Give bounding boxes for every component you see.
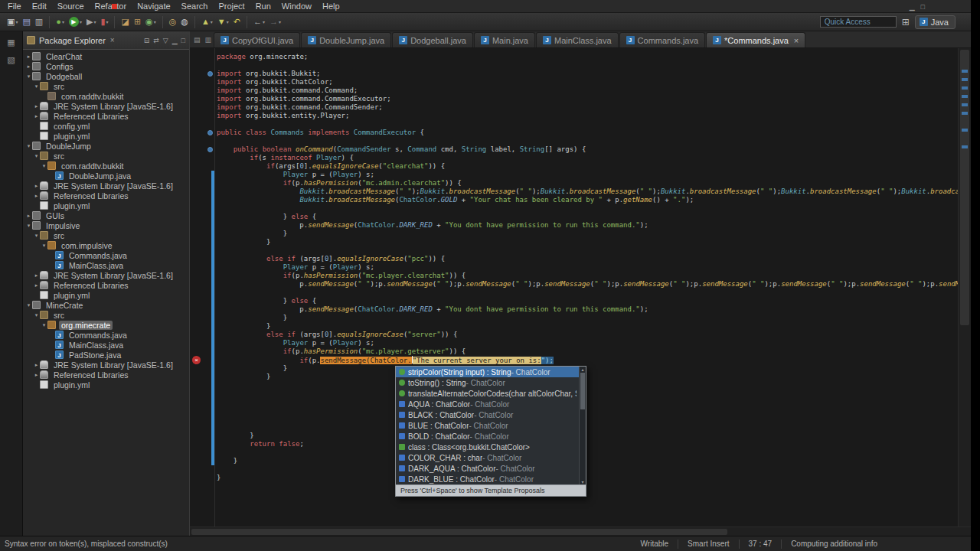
code-line[interactable]: [217, 415, 958, 423]
code-line[interactable]: if(p.hasPermission("mc.player.clearchat"…: [217, 272, 958, 280]
code-line[interactable]: import org.bukkit.command.CommandExecuto…: [217, 95, 958, 103]
menu-project[interactable]: Project: [213, 1, 250, 11]
scroll-up-icon[interactable]: ▴: [580, 367, 586, 372]
code-line[interactable]: [217, 390, 958, 398]
expand-arrow-icon[interactable]: ▾: [33, 83, 40, 90]
tree-item-guis[interactable]: ▸GUIs: [23, 210, 189, 220]
completion-item[interactable]: BLUE : ChatColor - ChatColor: [396, 420, 586, 431]
run-icon[interactable]: ▶▾: [67, 15, 83, 29]
code-line[interactable]: [217, 465, 958, 474]
code-line[interactable]: import org.bukkit.Bukkit;: [217, 70, 958, 78]
expand-arrow-icon[interactable]: ▸: [25, 54, 32, 60]
fold-marker-icon[interactable]: [207, 130, 213, 135]
code-line[interactable]: }: [217, 238, 958, 246]
expand-arrow-icon[interactable]: ▸: [33, 113, 40, 119]
package-explorer-header[interactable]: Package Explorer × ⊟⇄▽▁□: [23, 31, 189, 50]
code-line[interactable]: p.sendMessage(ChatColor.DARK_RED + "You …: [217, 221, 958, 230]
menu-edit[interactable]: Edit: [27, 1, 52, 11]
expand-arrow-icon[interactable]: ▸: [33, 193, 40, 199]
code-line[interactable]: }: [217, 230, 958, 238]
search-icon[interactable]: ◍: [179, 15, 190, 29]
code-line[interactable]: if(s instanceof Player) {: [217, 154, 958, 162]
code-line[interactable]: import org.bukkit.entity.Player;: [217, 112, 958, 120]
completion-item[interactable]: translateAlternateColorCodes(char altCol…: [396, 388, 586, 399]
tree-item-mainclass-java[interactable]: JMainClass.java: [23, 340, 189, 350]
workbench-shortcut-icon[interactable]: ▧: [4, 53, 19, 67]
code-line[interactable]: if(p.sendMessage(ChatColor."The current …: [217, 356, 958, 364]
editor-list-icon[interactable]: ▤: [194, 36, 201, 44]
tree-item-referenced-libraries[interactable]: ▸Referenced Libraries: [23, 191, 189, 201]
tree-item-commands-java[interactable]: JCommands.java: [23, 330, 189, 340]
code-line[interactable]: [217, 137, 958, 145]
open-type-icon[interactable]: ◎: [168, 15, 178, 29]
new-class-icon[interactable]: ◉▾: [144, 15, 158, 29]
code-line[interactable]: [217, 289, 958, 297]
pin-editor-icon[interactable]: ▥: [205, 36, 212, 44]
code-line[interactable]: }: [217, 322, 958, 331]
debug-icon[interactable]: ●▾: [54, 15, 66, 29]
save-icon[interactable]: ▤: [21, 15, 31, 29]
code-line[interactable]: if(p.hasPermission("mc.player.getserver"…: [217, 347, 958, 356]
menu-help[interactable]: Help: [317, 1, 345, 11]
code-line[interactable]: [217, 423, 958, 432]
expand-arrow-icon[interactable]: ▸: [33, 183, 40, 189]
close-tab-icon[interactable]: ×: [794, 36, 799, 45]
tree-item-configs[interactable]: ▸Configs: [23, 61, 189, 71]
close-view-icon[interactable]: ×: [110, 36, 115, 44]
menu-file[interactable]: File: [2, 1, 27, 11]
editor-tab-doublejump-java[interactable]: JDoubleJump.java: [301, 32, 391, 47]
tree-item-jre-system-library-javase-1-6-[interactable]: ▸JRE System Library [JavaSE-1.6]: [23, 270, 189, 280]
editor-tab-mainclass-java[interactable]: JMainClass.java: [536, 32, 619, 47]
overview-marker[interactable]: [962, 78, 968, 81]
menu-search[interactable]: Search: [176, 1, 214, 11]
tree-item-doublejump-java[interactable]: JDoubleJump.java: [23, 171, 189, 181]
code-line[interactable]: }: [217, 314, 958, 322]
tree-item-commands-java[interactable]: JCommands.java: [23, 250, 189, 260]
tree-item-com-raddtv-bukkit[interactable]: com.raddtv.bukkit: [23, 91, 189, 101]
code-line[interactable]: return false;: [217, 440, 958, 448]
expand-arrow-icon[interactable]: ▸: [33, 272, 40, 279]
code-line[interactable]: [217, 120, 958, 129]
overview-marker[interactable]: [962, 103, 968, 106]
tree-item-plugin-yml[interactable]: plugin.yml: [23, 131, 189, 141]
completion-item[interactable]: AQUA : ChatColor - ChatColor: [396, 399, 586, 409]
code-line[interactable]: package org.minecrate;: [217, 53, 958, 61]
editor-tab-dodgeball-java[interactable]: JDodgeball.java: [392, 32, 473, 47]
tree-item-plugin-yml[interactable]: plugin.yml: [23, 380, 189, 390]
previous-annotation-icon[interactable]: ▲▾: [200, 15, 214, 29]
expand-arrow-icon[interactable]: ▾: [41, 163, 47, 169]
minimize-view-icon[interactable]: ▁: [172, 37, 178, 44]
tree-item-plugin-yml[interactable]: plugin.yml: [23, 201, 189, 210]
code-line[interactable]: [217, 381, 958, 390]
maximize-icon[interactable]: □: [921, 3, 925, 11]
code-line[interactable]: }: [217, 474, 958, 482]
popup-scrollbar-thumb[interactable]: [580, 373, 585, 409]
completion-item[interactable]: DARK_AQUA : ChatColor - ChatColor: [396, 463, 586, 474]
new-java-project-icon[interactable]: ◪: [119, 15, 130, 29]
new-wizard-icon[interactable]: ▣▾: [5, 15, 19, 29]
tree-item-com-impulsive[interactable]: ▾com.impulsive: [23, 240, 189, 250]
code-line[interactable]: [217, 204, 958, 213]
menu-refactor[interactable]: Refactor: [90, 1, 132, 11]
tree-item-referenced-libraries[interactable]: ▸Referenced Libraries: [23, 111, 189, 121]
code-line[interactable]: }: [217, 432, 958, 440]
code-line[interactable]: p.sendMessage(" ");p.sendMessage(" ");p.…: [217, 280, 958, 289]
coverage-icon[interactable]: ▮▾: [99, 15, 109, 29]
tree-item-org-minecrate[interactable]: ▾org.minecrate: [23, 320, 189, 330]
editor-tab-commands-java[interactable]: J*Commands.java×: [706, 32, 805, 47]
maximize-view-icon[interactable]: □: [181, 37, 185, 44]
completion-item[interactable]: DARK_BLUE : ChatColor - ChatColor: [396, 474, 586, 484]
last-edit-location-icon[interactable]: ↶: [232, 15, 242, 29]
code-line[interactable]: import org.bukkit.command.Command;: [217, 86, 958, 95]
menu-window[interactable]: Window: [276, 1, 317, 11]
tree-item-impulsive[interactable]: ▾Impulsive: [23, 220, 189, 230]
minimize-icon[interactable]: ▁: [910, 3, 915, 11]
tree-item-jre-system-library-javase-1-6-[interactable]: ▸JRE System Library [JavaSE-1.6]: [23, 360, 189, 370]
perspective-java-button[interactable]: J Java: [915, 15, 956, 29]
expand-arrow-icon[interactable]: ▾: [25, 73, 32, 80]
fold-marker-icon[interactable]: [207, 147, 213, 152]
tree-item-src[interactable]: ▾src: [23, 151, 189, 161]
expand-arrow-icon[interactable]: ▾: [41, 243, 47, 249]
editor-tab-main-java[interactable]: JMain.java: [474, 32, 535, 47]
overview-marker[interactable]: [962, 86, 968, 90]
